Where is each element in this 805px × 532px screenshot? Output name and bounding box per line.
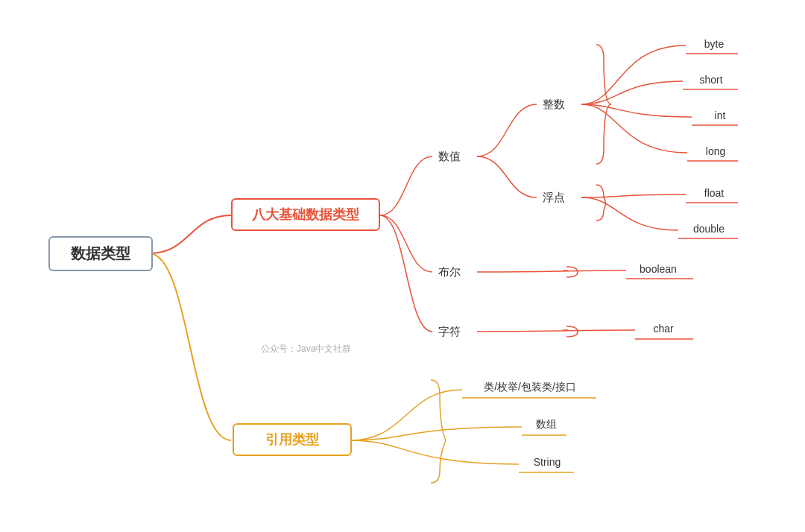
diagram: 数据类型 八大基础数据类型 引用类型 数值 整数 浮点 布尔 字符 byte s…	[0, 0, 805, 532]
array-label: 数组	[533, 417, 560, 433]
basic-node: 八大基础数据类型	[227, 192, 384, 237]
charv-node: char	[634, 319, 693, 338]
boolean-label: boolean	[637, 262, 680, 276]
short-node: short	[681, 70, 741, 89]
root-label: 数据类型	[48, 236, 153, 271]
numeric-label: 数值	[435, 148, 464, 165]
int-node: int	[690, 106, 750, 125]
byte-label: byte	[701, 37, 727, 51]
string-label: String	[531, 455, 564, 469]
root-node: 数据类型	[45, 231, 157, 276]
integer-node: 整数	[528, 94, 580, 115]
numeric-node: 数值	[423, 146, 476, 167]
char-node: 字符	[423, 321, 476, 342]
byte-node: byte	[684, 34, 744, 54]
floatv-node: float	[684, 183, 744, 203]
float-node: 浮点	[528, 187, 580, 208]
boolean-node: boolean	[625, 259, 692, 279]
int-label: int	[712, 108, 729, 123]
classtype-label: 类/枚举/包装类/接口	[481, 379, 579, 396]
char-label: 字符	[435, 323, 464, 341]
doublev-label: double	[690, 221, 727, 236]
string-node: String	[517, 452, 577, 472]
long-label: long	[703, 144, 728, 159]
reference-node: 引用类型	[229, 419, 356, 460]
bool-node: 布尔	[423, 262, 476, 282]
array-node: 数组	[520, 415, 572, 434]
float-label: 浮点	[540, 189, 568, 206]
doublev-node: double	[675, 219, 742, 238]
reference-label: 引用类型	[233, 423, 352, 456]
long-node: long	[686, 142, 745, 161]
floatv-label: float	[701, 186, 727, 200]
charv-label: char	[650, 321, 676, 336]
classtype-node: 类/枚举/包装类/接口	[459, 378, 601, 397]
short-label: short	[696, 72, 725, 87]
integer-label: 整数	[540, 96, 568, 113]
watermark: 公众号：Java中文社群	[261, 343, 351, 355]
basic-label: 八大基础数据类型	[231, 198, 380, 231]
bool-label: 布尔	[435, 264, 464, 281]
